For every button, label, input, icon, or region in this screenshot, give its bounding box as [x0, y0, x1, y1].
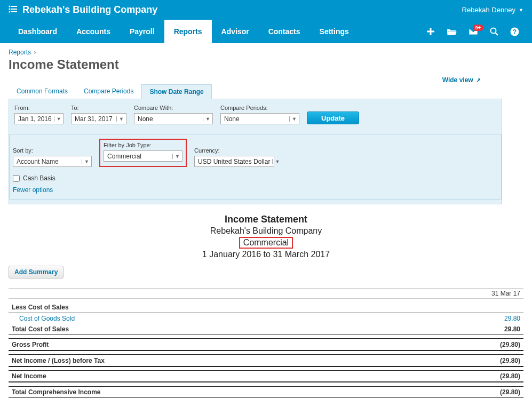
svg-point-8: [491, 28, 496, 34]
job-type-highlight: Filter by Job Type: Commercial ▼: [99, 139, 187, 167]
report-jobtype: Commercial: [243, 238, 289, 248]
total-cost-of-sales-label: Total Cost of Sales: [9, 324, 446, 335]
to-date-select[interactable]: Mar 31, 2017 ▼: [71, 113, 126, 124]
notification-badge: 9+: [473, 25, 483, 31]
compare-periods-value: None: [224, 115, 287, 123]
svg-line-9: [496, 33, 498, 36]
search-icon[interactable]: [490, 27, 498, 36]
to-label: To:: [71, 105, 126, 111]
net-income-label: Net Income: [9, 371, 446, 383]
date-column-header: 31 Mar 17: [446, 289, 523, 299]
cash-basis-label: Cash Basis: [23, 174, 55, 182]
user-name-label: Rebekah Denney: [462, 6, 515, 14]
nav-reports[interactable]: Reports: [164, 20, 212, 43]
nav-actions: 9+ ?: [426, 27, 523, 36]
compare-with-label: Compare With:: [134, 105, 213, 111]
tab-common-formats[interactable]: Common Formats: [9, 84, 76, 99]
top-header: Rebekah's Building Company Rebekah Denne…: [0, 0, 532, 20]
add-summary-button[interactable]: Add Summary: [9, 266, 63, 278]
company-name[interactable]: Rebekah's Building Company: [22, 4, 157, 15]
report-jobtype-highlight: Commercial: [239, 237, 293, 249]
currency-value: USD United States Dollar: [198, 158, 270, 165]
svg-point-0: [9, 5, 10, 7]
expand-icon: ↗: [476, 77, 481, 83]
report-title: Income Statement: [9, 214, 523, 225]
wide-view-link[interactable]: Wide view ↗: [442, 76, 481, 84]
folder-icon[interactable]: [447, 28, 457, 36]
nav-payroll[interactable]: Payroll: [120, 20, 164, 43]
chevron-down-icon: ▼: [116, 116, 124, 122]
cost-of-goods-sold-link[interactable]: Cost of Goods Sold: [12, 315, 75, 322]
gross-profit-value: (29.80): [446, 339, 523, 351]
wide-view-row: Wide view ↗: [9, 76, 502, 84]
net-income-before-tax-value: (29.80): [446, 355, 523, 367]
nav-settings[interactable]: Settings: [310, 20, 359, 43]
chevron-down-icon: ▼: [272, 159, 280, 164]
breadcrumb: Reports ›: [9, 49, 523, 56]
job-type-value: Commercial: [107, 153, 170, 160]
compare-periods-select[interactable]: None ▼: [220, 113, 299, 124]
report-header: Income Statement Rebekah's Building Comp…: [9, 214, 523, 259]
tab-compare-periods[interactable]: Compare Periods: [76, 84, 141, 99]
currency-select[interactable]: USD United States Dollar ▼: [194, 156, 274, 167]
report-daterange: 1 January 2016 to 31 March 2017: [9, 250, 523, 259]
company-section: Rebekah's Building Company: [9, 4, 157, 15]
net-income-value: (29.80): [446, 371, 523, 383]
main-nav: Dashboard Accounts Payroll Reports Advis…: [0, 20, 532, 43]
chevron-down-icon: ▼: [172, 154, 180, 159]
page-title: Income Statement: [9, 57, 523, 72]
currency-label: Currency:: [194, 147, 274, 154]
chevron-down-icon: ▼: [54, 116, 61, 122]
fewer-options-link[interactable]: Fewer options: [13, 186, 53, 194]
chevron-down-icon: ▼: [203, 116, 210, 122]
update-button[interactable]: Update: [307, 112, 359, 124]
cash-basis-checkbox[interactable]: [13, 175, 20, 182]
sort-by-label: Sort by:: [13, 147, 92, 154]
chevron-down-icon: ▼: [82, 159, 89, 164]
from-date-select[interactable]: Jan 1, 2016 ▼: [14, 113, 63, 124]
breadcrumb-reports[interactable]: Reports: [9, 49, 31, 56]
nav-tabs: Dashboard Accounts Payroll Reports Advis…: [9, 20, 359, 43]
help-icon[interactable]: ?: [510, 27, 519, 36]
list-icon[interactable]: [9, 5, 17, 15]
tab-show-date-range[interactable]: Show Date Range: [141, 84, 211, 99]
user-menu[interactable]: Rebekah Denney ▼: [462, 6, 523, 14]
nav-contacts[interactable]: Contacts: [259, 20, 310, 43]
content-area: Reports › Income Statement Wide view ↗ C…: [0, 43, 532, 398]
job-type-select[interactable]: Commercial ▼: [104, 150, 182, 162]
sort-by-select[interactable]: Account Name ▼: [13, 156, 92, 167]
less-cost-of-sales-label: Less Cost of Sales: [9, 302, 446, 313]
more-options-panel: Sort by: Account Name ▼ Filter by Job Ty…: [9, 134, 502, 200]
svg-rect-3: [11, 9, 17, 10]
date-range-panel: From: Jan 1, 2016 ▼ To: Mar 31, 2017 ▼ C…: [9, 99, 502, 204]
plus-icon[interactable]: [426, 27, 435, 36]
total-cost-of-sales-value: 29.80: [446, 324, 523, 335]
from-label: From:: [14, 105, 63, 111]
total-comprehensive-label: Total Comprehensive Income: [9, 387, 446, 399]
compare-with-select[interactable]: None ▼: [134, 113, 213, 124]
sort-by-value: Account Name: [17, 158, 80, 165]
cost-of-goods-sold-value: 29.80: [446, 313, 523, 324]
nav-accounts[interactable]: Accounts: [67, 20, 120, 43]
svg-rect-5: [11, 11, 17, 12]
svg-text:?: ?: [513, 28, 517, 35]
svg-point-4: [9, 11, 10, 12]
wide-view-label: Wide view: [442, 76, 473, 84]
breadcrumb-separator: ›: [34, 49, 36, 56]
report-company: Rebekah's Building Company: [9, 226, 523, 236]
svg-point-2: [9, 8, 10, 10]
chevron-down-icon: ▼: [519, 7, 523, 13]
gross-profit-label: Gross Profit: [9, 339, 446, 351]
from-date-value: Jan 1, 2016: [18, 115, 52, 123]
notifications-icon[interactable]: 9+: [469, 28, 478, 35]
compare-periods-label: Compare Periods:: [220, 105, 299, 111]
chevron-down-icon: ▼: [289, 116, 297, 122]
nav-advisor[interactable]: Advisor: [212, 20, 259, 43]
job-type-label: Filter by Job Type:: [104, 142, 182, 148]
total-comprehensive-value: (29.80): [446, 387, 523, 399]
svg-rect-7: [427, 31, 434, 33]
svg-rect-1: [11, 6, 17, 7]
nav-dashboard[interactable]: Dashboard: [9, 20, 67, 43]
to-date-value: Mar 31, 2017: [75, 115, 114, 123]
report-tabs: Common Formats Compare Periods Show Date…: [9, 84, 502, 99]
